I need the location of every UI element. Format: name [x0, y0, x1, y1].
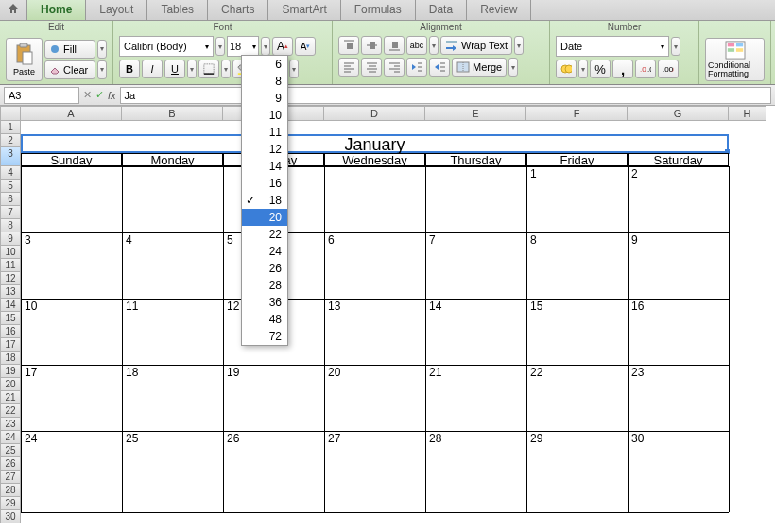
- wrap-dropdown[interactable]: ▾: [514, 36, 524, 55]
- calendar-day[interactable]: 24: [23, 432, 37, 445]
- currency-dropdown[interactable]: ▾: [578, 60, 588, 78]
- calendar-day[interactable]: 20: [326, 366, 340, 379]
- font-size-option[interactable]: 72: [242, 328, 287, 345]
- calendar-day[interactable]: 12: [225, 300, 239, 313]
- font-size-option[interactable]: 36: [242, 294, 287, 311]
- align-right-button[interactable]: [384, 58, 405, 77]
- font-size-option[interactable]: 14: [242, 158, 287, 175]
- calendar-day[interactable]: 8: [528, 233, 537, 247]
- cell-title[interactable]: January: [21, 134, 729, 153]
- day-header[interactable]: Thursday: [425, 153, 526, 166]
- tab-tables[interactable]: Tables: [147, 0, 208, 20]
- row-header-4[interactable]: 4: [0, 166, 21, 180]
- calendar-day[interactable]: 18: [124, 366, 138, 379]
- col-header-F[interactable]: F: [526, 106, 628, 121]
- col-header-A[interactable]: A: [21, 106, 122, 121]
- number-format-select[interactable]: Date▾: [556, 36, 669, 57]
- font-color-dropdown[interactable]: ▾: [289, 60, 299, 78]
- spreadsheet-grid[interactable]: ABCDEFGH 1234567891011121314151617181920…: [0, 106, 775, 532]
- wrap-text-button[interactable]: Wrap Text: [440, 36, 512, 55]
- row-header-16[interactable]: 16: [0, 325, 21, 338]
- calendar-day[interactable]: 13: [326, 300, 340, 313]
- tab-formulas[interactable]: Formulas: [341, 0, 416, 20]
- font-size-option[interactable]: 10: [242, 107, 287, 124]
- calendar-day[interactable]: 30: [629, 432, 644, 445]
- calendar-day[interactable]: 21: [427, 366, 441, 379]
- row-header-28[interactable]: 28: [0, 484, 21, 497]
- conditional-formatting-button[interactable]: Conditional Formatting: [705, 38, 765, 81]
- orientation-button[interactable]: abc: [406, 36, 427, 55]
- grow-font-button[interactable]: A▴: [272, 37, 293, 56]
- calendar-day[interactable]: 27: [326, 432, 340, 445]
- tab-review[interactable]: Review: [467, 0, 531, 20]
- border-button[interactable]: [198, 60, 219, 78]
- font-size-option[interactable]: 8: [242, 73, 287, 90]
- font-size-option[interactable]: 9: [242, 90, 287, 107]
- tab-smartart[interactable]: SmartArt: [268, 0, 340, 20]
- row-header-25[interactable]: 25: [0, 444, 21, 457]
- font-size-option[interactable]: 48: [242, 311, 287, 328]
- row-header-30[interactable]: 30: [0, 510, 21, 523]
- calendar-day[interactable]: 16: [629, 300, 644, 313]
- border-dropdown[interactable]: ▾: [221, 60, 231, 78]
- calendar-day[interactable]: 22: [528, 366, 542, 379]
- percent-button[interactable]: %: [590, 60, 611, 78]
- calendar-day[interactable]: 29: [528, 432, 542, 445]
- comma-button[interactable]: ,: [612, 60, 633, 78]
- row-header-7[interactable]: 7: [0, 206, 21, 219]
- font-size-option[interactable]: 22: [242, 226, 287, 243]
- row-header-10[interactable]: 10: [0, 246, 21, 259]
- row-header-21[interactable]: 21: [0, 391, 21, 404]
- row-header-12[interactable]: 12: [0, 272, 21, 285]
- font-size-option[interactable]: 20: [242, 209, 287, 226]
- day-header[interactable]: Saturday: [628, 153, 729, 166]
- fx-icon[interactable]: fx: [108, 90, 116, 101]
- font-size-option[interactable]: 24: [242, 243, 287, 260]
- calendar-day[interactable]: 26: [225, 432, 239, 445]
- col-header-E[interactable]: E: [425, 106, 526, 121]
- calendar-day[interactable]: 1: [528, 167, 537, 180]
- font-size-option[interactable]: 6: [242, 56, 287, 73]
- italic-button[interactable]: I: [142, 60, 163, 78]
- calendar-day[interactable]: 25: [124, 432, 138, 445]
- increase-decimal-button[interactable]: .00.0: [658, 60, 679, 78]
- align-bottom-button[interactable]: [384, 36, 405, 55]
- font-size-option[interactable]: 16: [242, 175, 287, 192]
- row-header-23[interactable]: 23: [0, 418, 21, 431]
- font-name-select[interactable]: Calibri (Body)▾: [119, 36, 214, 57]
- row-header-9[interactable]: 9: [0, 232, 21, 246]
- confirm-icon[interactable]: ✓: [95, 89, 104, 101]
- calendar-day[interactable]: 17: [23, 366, 37, 379]
- orientation-dropdown[interactable]: ▾: [429, 36, 439, 55]
- bold-button[interactable]: B: [119, 60, 140, 78]
- calendar-day[interactable]: 4: [124, 233, 132, 247]
- align-center-button[interactable]: [361, 58, 382, 77]
- row-header-15[interactable]: 15: [0, 312, 21, 325]
- number-format-dropdown[interactable]: ▾: [671, 37, 680, 56]
- tab-charts[interactable]: Charts: [208, 0, 268, 20]
- tab-home[interactable]: Home: [27, 0, 86, 20]
- col-header-G[interactable]: G: [628, 106, 729, 121]
- row-header-22[interactable]: 22: [0, 404, 21, 418]
- formula-input[interactable]: Ja: [120, 87, 771, 104]
- row-header-17[interactable]: 17: [0, 338, 21, 352]
- font-size-option[interactable]: 11: [242, 124, 287, 141]
- clear-dropdown[interactable]: ▾: [97, 60, 107, 79]
- decrease-decimal-button[interactable]: .0.00: [635, 60, 656, 78]
- row-header-2[interactable]: 2: [0, 134, 21, 147]
- tab-layout[interactable]: Layout: [86, 0, 147, 20]
- font-size-option[interactable]: 12: [242, 141, 287, 158]
- font-size-option[interactable]: 18: [242, 192, 287, 209]
- row-header-5[interactable]: 5: [0, 180, 21, 193]
- calendar-day[interactable]: 10: [23, 300, 37, 313]
- row-header-1[interactable]: 1: [0, 121, 21, 134]
- font-size-select[interactable]: 18▾: [227, 36, 259, 57]
- font-size-option[interactable]: 26: [242, 260, 287, 277]
- clear-button[interactable]: Clear: [44, 60, 95, 79]
- cancel-icon[interactable]: ✕: [83, 89, 92, 101]
- row-header-27[interactable]: 27: [0, 471, 21, 484]
- row-header-18[interactable]: 18: [0, 352, 21, 365]
- row-header-3[interactable]: 3: [0, 147, 21, 166]
- calendar-day[interactable]: 5: [225, 233, 233, 247]
- indent-decrease-button[interactable]: [406, 58, 427, 77]
